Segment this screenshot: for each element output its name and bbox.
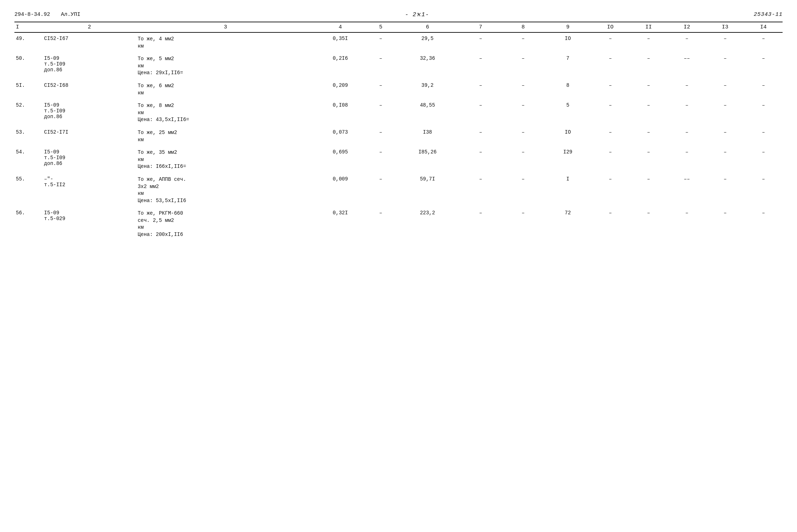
cell-row7-col12: –	[706, 207, 744, 241]
col-header-9: 9	[544, 22, 591, 32]
col-header-6: 6	[395, 22, 459, 32]
header-right: 25343-11	[754, 12, 783, 18]
cell-row4-col10: –	[629, 126, 668, 146]
table-row: 49.CI52-I67То же, 4 мм2 км0,35I–29,5––IO…	[14, 32, 783, 53]
cell-row2-col12: –	[706, 80, 744, 99]
cell-row3-col4: –	[366, 99, 396, 126]
cell-row0-col4: –	[366, 32, 396, 53]
cell-row2-col13: –	[744, 80, 783, 99]
cell-row2-col3: 0,209	[315, 80, 366, 99]
page-header: 294-8-34.92 Ал.УПI - 2ҡ1- 25343-11	[14, 11, 783, 18]
doc-code: 294-8-34.92	[14, 12, 50, 18]
cell-row3-col6: –	[459, 99, 502, 126]
doc-number: 25343-11	[754, 12, 783, 18]
cell-row5-col4: –	[366, 146, 396, 173]
cell-row5-col12: –	[706, 146, 744, 173]
cell-row0-col10: –	[629, 32, 668, 53]
col-header-8: 8	[502, 22, 544, 32]
col-header-2: 2	[43, 22, 136, 32]
cell-row3-col1: I5-09 т.5-I09 доп.86	[43, 99, 136, 126]
cell-row5-col3: 0,695	[315, 146, 366, 173]
doc-label: Ал.УПI	[61, 12, 80, 18]
cell-row5-col11: –	[668, 146, 706, 173]
cell-row6-col11: ––	[668, 173, 706, 207]
table-row: 54.I5-09 т.5-I09 доп.86То же, 35 мм2 км …	[14, 146, 783, 173]
cell-row3-col2: То же, 8 мм2 км Цена: 43,5хI,II6=	[136, 99, 315, 126]
cell-row0-col3: 0,35I	[315, 32, 366, 53]
cell-row3-col7: –	[502, 99, 544, 126]
cell-row5-col2: То же, 35 мм2 км Цена: I66хI,II6=	[136, 146, 315, 173]
page-number: - 2ҡ1-	[405, 12, 429, 18]
cell-row1-col6: –	[459, 53, 502, 80]
cell-row0-col5: 29,5	[395, 32, 459, 53]
cell-row5-col8: I29	[544, 146, 591, 173]
table-row: 52.I5-09 т.5-I09 доп.86То же, 8 мм2 км Ц…	[14, 99, 783, 126]
cell-row4-col8: IO	[544, 126, 591, 146]
cell-row7-col5: 223,2	[395, 207, 459, 241]
cell-row5-col5: I85,26	[395, 146, 459, 173]
col-header-7: 7	[459, 22, 502, 32]
cell-row2-col5: 39,2	[395, 80, 459, 99]
cell-row6-col5: 59,7I	[395, 173, 459, 207]
cell-row6-col6: –	[459, 173, 502, 207]
cell-row3-col9: –	[591, 99, 629, 126]
cell-row7-col9: –	[591, 207, 629, 241]
table-row: 50.I5-09 т.5-I09 доп.86То же, 5 мм2 км Ц…	[14, 53, 783, 80]
cell-row1-col13: –	[744, 53, 783, 80]
cell-row7-col7: –	[502, 207, 544, 241]
cell-row3-col13: –	[744, 99, 783, 126]
main-table: I 2 3 4 5 6 7 8 9 IO II I2 I3 I4 49.CI52…	[14, 22, 783, 241]
cell-row1-col9: –	[591, 53, 629, 80]
cell-row3-col10: –	[629, 99, 668, 126]
cell-row5-col9: –	[591, 146, 629, 173]
cell-row4-col3: 0,073	[315, 126, 366, 146]
cell-row1-col4: –	[366, 53, 396, 80]
cell-row3-col11: –	[668, 99, 706, 126]
table-header-row: I 2 3 4 5 6 7 8 9 IO II I2 I3 I4	[14, 22, 783, 32]
cell-row3-col3: 0,I08	[315, 99, 366, 126]
cell-row2-col2: То же, 6 мм2 км	[136, 80, 315, 99]
cell-row4-col13: –	[744, 126, 783, 146]
cell-row2-col8: 8	[544, 80, 591, 99]
cell-row2-col11: –	[668, 80, 706, 99]
cell-row1-col5: 32,36	[395, 53, 459, 80]
cell-row7-col4: –	[366, 207, 396, 241]
cell-row4-col0: 53.	[14, 126, 43, 146]
cell-row1-col12: –	[706, 53, 744, 80]
cell-row6-col13: –	[744, 173, 783, 207]
cell-row0-col13: –	[744, 32, 783, 53]
cell-row0-col0: 49.	[14, 32, 43, 53]
cell-row7-col11: –	[668, 207, 706, 241]
cell-row0-col2: То же, 4 мм2 км	[136, 32, 315, 53]
cell-row0-col11: –	[668, 32, 706, 53]
col-header-13: I3	[706, 22, 744, 32]
cell-row2-col4: –	[366, 80, 396, 99]
cell-row0-col8: IO	[544, 32, 591, 53]
cell-row6-col2: То же, АППВ сеч. 3х2 мм2 км Цена: 53,5хI…	[136, 173, 315, 207]
cell-row1-col1: I5-09 т.5-I09 доп.86	[43, 53, 136, 80]
header-left: 294-8-34.92 Ал.УПI	[14, 12, 80, 18]
cell-row7-col6: –	[459, 207, 502, 241]
cell-row0-col6: –	[459, 32, 502, 53]
col-header-5: 5	[366, 22, 396, 32]
cell-row6-col10: –	[629, 173, 668, 207]
cell-row7-col13: –	[744, 207, 783, 241]
cell-row0-col9: –	[591, 32, 629, 53]
cell-row4-col4: –	[366, 126, 396, 146]
cell-row2-col0: 5I.	[14, 80, 43, 99]
cell-row2-col1: CI52-I68	[43, 80, 136, 99]
cell-row7-col0: 56.	[14, 207, 43, 241]
col-header-1: I	[14, 22, 43, 32]
table-row: 56.I5-09 т.5-029То же, РКГМ-660 сеч. 2,5…	[14, 207, 783, 241]
cell-row3-col12: –	[706, 99, 744, 126]
cell-row1-col3: 0,2I6	[315, 53, 366, 80]
cell-row2-col9: –	[591, 80, 629, 99]
cell-row7-col8: 72	[544, 207, 591, 241]
cell-row6-col4: –	[366, 173, 396, 207]
cell-row6-col1: –"- т.5-II2	[43, 173, 136, 207]
cell-row7-col2: То же, РКГМ-660 сеч. 2,5 мм2 км Цена: 20…	[136, 207, 315, 241]
col-header-12: I2	[668, 22, 706, 32]
cell-row2-col6: –	[459, 80, 502, 99]
col-header-11: II	[629, 22, 668, 32]
cell-row6-col3: 0,009	[315, 173, 366, 207]
